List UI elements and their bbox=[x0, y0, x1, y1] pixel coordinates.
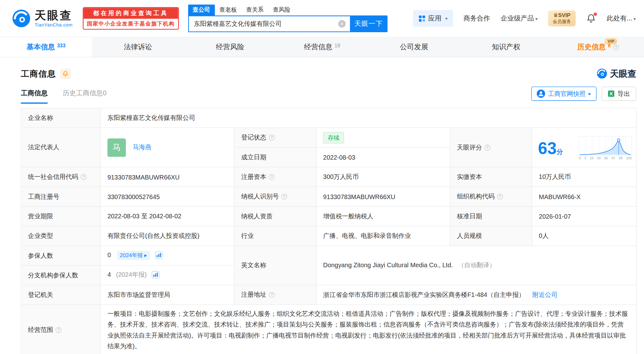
score-distribution-chart: 031550859799100 bbox=[579, 136, 632, 160]
search-button[interactable]: 天眼一下 bbox=[350, 15, 387, 32]
search-input[interactable] bbox=[188, 15, 350, 32]
export-button[interactable]: 导出 bbox=[601, 86, 636, 101]
tab-count: 333 bbox=[57, 43, 66, 49]
help-icon[interactable]: ? bbox=[81, 174, 87, 180]
help-icon[interactable]: ? bbox=[497, 194, 503, 200]
reg-number-value: 330783000527645 bbox=[101, 187, 234, 206]
paid-capital-label: 实缴资本 bbox=[450, 167, 532, 187]
reg-capital-value: 300万人民币 bbox=[316, 167, 450, 187]
org-code-value: MABUWR66-X bbox=[532, 187, 636, 206]
branch-insured-label: 分支机构参保人数 bbox=[21, 265, 101, 285]
search-tab-company[interactable]: 查公司 bbox=[188, 5, 215, 15]
tab-operation-risk[interactable]: 经营风险 bbox=[184, 37, 276, 57]
industry-label: 行业 bbox=[234, 226, 316, 245]
auto-translate-note: （自动翻译） bbox=[458, 261, 495, 268]
row-credit-code: 统一社会信用代码? 91330783MABUWR66XU 注册资本? 300万人… bbox=[21, 167, 636, 187]
user-menu[interactable]: 此处有...▾ bbox=[606, 14, 636, 23]
tab-label: 基本信息 bbox=[26, 42, 55, 52]
apps-button[interactable]: 应用 ▾ bbox=[413, 10, 453, 27]
subtab-business-info[interactable]: 工商信息 bbox=[21, 89, 48, 103]
search-tab-boss[interactable]: 查老板 bbox=[215, 5, 242, 15]
tab-basic-info[interactable]: 基本信息 333 bbox=[0, 37, 92, 57]
arrow-right-icon: ▸ bbox=[144, 252, 147, 258]
approval-date-value: 2026-01-07 bbox=[532, 206, 636, 226]
tab-history-info[interactable]: VIP 历史信息 8 ? bbox=[552, 37, 644, 57]
clear-icon[interactable]: × bbox=[338, 20, 346, 28]
subscribe-bell-button[interactable] bbox=[60, 68, 71, 79]
insured-trend-icon[interactable] bbox=[155, 251, 162, 260]
taxpayer-id-value: 91330783MABUWR66XU bbox=[316, 187, 450, 206]
score-value: 63分 bbox=[538, 139, 563, 156]
tianyancha-logo[interactable]: 天眼查 TianYanCha.com bbox=[12, 9, 73, 28]
credit-code-label: 统一社会信用代码 bbox=[28, 173, 78, 180]
business-term-value: 2022-08-03 至 2042-08-02 bbox=[101, 206, 234, 226]
notifications-button[interactable] bbox=[586, 13, 596, 23]
business-scope-label-cell: 经营范围? bbox=[21, 305, 101, 354]
help-icon[interactable]: ? bbox=[281, 194, 287, 200]
chevron-down-icon: ▾ bbox=[634, 16, 636, 21]
watermark-logo: 天眼查 bbox=[596, 68, 636, 80]
tab-company-development[interactable]: 公司发展 bbox=[368, 37, 460, 57]
business-term-label: 营业期限 bbox=[21, 206, 101, 226]
tab-operation-info[interactable]: 经营信息 18 bbox=[276, 37, 368, 57]
nearby-companies-link[interactable]: 附近公司 bbox=[532, 291, 558, 298]
help-icon[interactable]: ? bbox=[484, 145, 490, 150]
taxpayer-quality-value: 增值税一般纳税人 bbox=[316, 206, 450, 226]
search-tab-risk[interactable]: 查风险 bbox=[268, 5, 295, 15]
help-icon[interactable]: ? bbox=[269, 292, 275, 298]
tianyancha-logo-icon bbox=[596, 68, 607, 79]
tab-intellectual-property[interactable]: 知识产权 bbox=[460, 37, 552, 57]
business-info-table: 企业名称 东阳紫橦嘉艺文化传媒有限公司 法定代表人 马 马海燕 登记状态? 存续… bbox=[21, 108, 637, 354]
legal-rep-cell: 马 马海燕 bbox=[101, 128, 234, 167]
tab-count: 18 bbox=[335, 43, 340, 49]
row-legal-rep: 法定代表人 马 马海燕 登记状态? 存续 天眼评分? 63分 bbox=[21, 128, 636, 147]
help-icon[interactable]: ? bbox=[269, 174, 275, 180]
score-curve bbox=[579, 136, 632, 156]
score-cell: 63分 bbox=[532, 128, 636, 167]
branch-insured-trend-icon[interactable] bbox=[152, 271, 159, 280]
chevron-down-icon: ▾ bbox=[445, 16, 448, 21]
brand-domain: TianYanCha.com bbox=[35, 22, 73, 27]
nav-enterprise-products[interactable]: 企业级产品▾ bbox=[501, 14, 537, 23]
row-reg-authority: 登记机关 东阳市市场监督管理局 注册地址? 浙江省金华市东阳市浙江横店影视产业实… bbox=[21, 285, 636, 304]
row-reg-number: 工商注册号 330783000527645 纳税人识别号? 91330783MA… bbox=[21, 187, 636, 206]
reg-address-label: 注册地址 bbox=[241, 291, 266, 298]
legal-rep-link[interactable]: 马海燕 bbox=[132, 143, 151, 150]
score-unit: 分 bbox=[557, 148, 563, 155]
crown-icon: ♛ bbox=[553, 12, 558, 18]
annual-report-tag[interactable]: 2024年报 ▸ bbox=[117, 251, 150, 260]
legal-rep-avatar[interactable]: 马 bbox=[108, 138, 126, 156]
row-business-scope: 经营范围? 一般项目：电影摄制服务；文艺创作；文化娱乐经纪人服务；组织文化艺术交… bbox=[21, 305, 636, 354]
search-tab-relation[interactable]: 查关系 bbox=[242, 5, 268, 15]
apps-label: 应用 bbox=[428, 14, 441, 23]
tianyancha-logo-icon bbox=[12, 9, 31, 28]
help-icon[interactable]: ? bbox=[56, 327, 61, 333]
reg-number-label: 工商注册号 bbox=[21, 187, 101, 206]
branch-insured-value: 4 bbox=[108, 271, 111, 278]
official-snapshot-button[interactable]: 工商官网快照 ▸ bbox=[531, 86, 597, 101]
promo-line2: 国家中小企业发展子基金旗下机构 bbox=[84, 19, 178, 29]
info-icon[interactable]: ? bbox=[613, 44, 619, 50]
enterprise-label: 企业级产品 bbox=[501, 15, 534, 22]
top-header: 天眼查 TianYanCha.com 都在用的商业查询工具 国家中小企业发展子基… bbox=[0, 0, 644, 37]
tab-label: 经营风险 bbox=[216, 42, 244, 52]
row-company-name: 企业名称 东阳紫橦嘉艺文化传媒有限公司 bbox=[21, 108, 636, 128]
row-business-term: 营业期限 2022-08-03 至 2042-08-02 纳税人资质 增值税一般… bbox=[21, 206, 636, 226]
insured-value: 0 bbox=[108, 251, 111, 258]
tab-label: 公司发展 bbox=[400, 42, 428, 52]
top-navigation: 应用 ▾ 商务合作 企业级产品▾ ♛SVIP 会员服务 此处有...▾ bbox=[413, 10, 636, 27]
reg-status-label: 登记状态 bbox=[241, 134, 266, 141]
nav-business-cooperation[interactable]: 商务合作 bbox=[463, 14, 490, 23]
company-type-value: 有限责任公司(自然人投资或控股) bbox=[101, 226, 234, 245]
tab-count: 8 bbox=[608, 43, 611, 49]
taxpayer-id-label: 纳税人识别号 bbox=[241, 193, 279, 200]
help-icon[interactable]: ? bbox=[269, 135, 275, 141]
watermark-logo-text: 天眼查 bbox=[610, 68, 636, 80]
taxpayer-id-label-cell: 纳税人识别号? bbox=[234, 187, 316, 206]
export-label: 导出 bbox=[618, 90, 630, 97]
subtab-history-business-info[interactable]: 历史工商信息0 bbox=[63, 89, 107, 103]
svip-membership-button[interactable]: ♛SVIP 会员服务 bbox=[548, 10, 576, 26]
org-code-label: 组织机构代码 bbox=[457, 193, 495, 200]
tab-legal-litigation[interactable]: 法律诉讼 bbox=[92, 37, 184, 57]
reg-address-label-cell: 注册地址? bbox=[234, 285, 316, 304]
